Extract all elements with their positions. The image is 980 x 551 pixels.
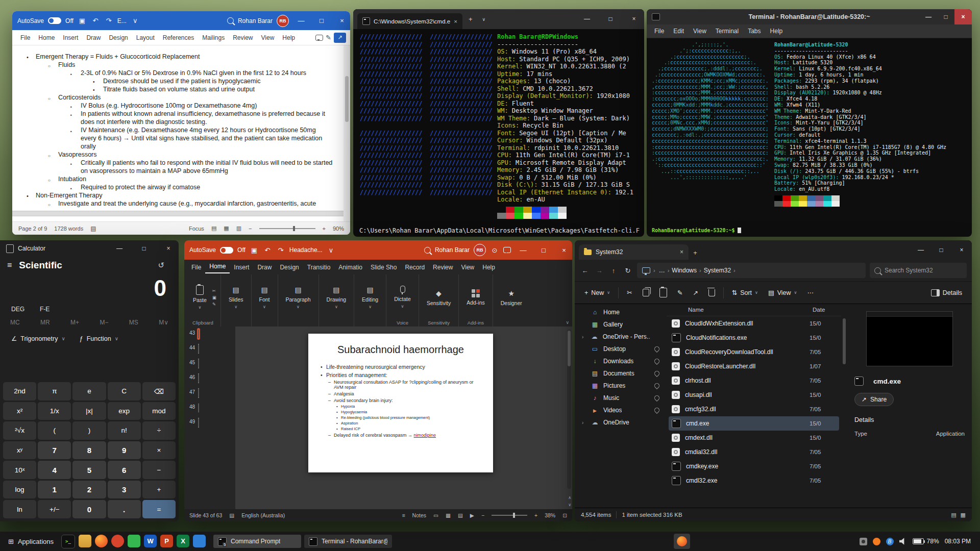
maximize-button[interactable]: □ (313, 11, 330, 30)
forward-button[interactable]: → (594, 267, 604, 274)
ribbon-tab[interactable]: Help (278, 32, 299, 43)
dictate-button[interactable]: Dictate ∨ (390, 284, 414, 311)
slide-body-text[interactable]: • Life-threatening neurosurgical emergen… (308, 356, 493, 438)
maximize-button[interactable]: □ (535, 241, 552, 260)
ribbon-tab[interactable]: Review (429, 261, 457, 273)
deg-button[interactable]: DEG (11, 306, 24, 313)
close-button[interactable]: × (951, 240, 972, 260)
downloader-tray-icon[interactable] (873, 538, 880, 545)
previous-slide-button[interactable]: ∧ (568, 495, 571, 500)
minimize-button[interactable]: — (515, 241, 531, 260)
redo-icon[interactable]: ↷ (276, 246, 285, 254)
calc-key[interactable]: +/− (38, 500, 71, 518)
cut-button[interactable]: ✂ (622, 286, 636, 299)
new-button[interactable]: +New∨ (580, 286, 615, 299)
ribbon-tab[interactable]: File (187, 261, 205, 273)
breadcrumb-crumb[interactable]: … (656, 266, 668, 275)
memory-button[interactable]: MS (129, 319, 138, 326)
launcher-icon[interactable] (177, 535, 189, 547)
menu-item[interactable]: Edit (669, 26, 689, 36)
focus-button[interactable]: Focus (189, 226, 204, 232)
proofing-icon[interactable]: ▤ (90, 225, 96, 232)
ribbon-tab[interactable]: Design (276, 261, 303, 273)
ribbon-tab[interactable]: Insert (59, 32, 82, 43)
sidebar-item[interactable]: › Downloads (578, 355, 664, 367)
calc-key[interactable]: 4 (38, 461, 71, 479)
battery-indicator[interactable]: 78% (913, 538, 939, 545)
file-row[interactable]: cmcfg32.dll 7/05 (669, 402, 839, 416)
file-row[interactable]: CloudIdWxhExtension.dll 15/0 (669, 316, 839, 331)
list-scrollbar[interactable] (841, 303, 847, 508)
zoom-out-button[interactable]: − (481, 512, 484, 518)
document-name[interactable]: Headache... (289, 246, 323, 254)
redo-icon[interactable]: ↷ (104, 17, 113, 24)
doc-scrollbar[interactable] (344, 45, 350, 222)
calc-key[interactable]: − (142, 461, 176, 479)
function-dropdown[interactable]: ƒ Function ∨ (75, 332, 124, 345)
expand-chevron-icon[interactable]: › (582, 334, 586, 340)
calc-key[interactable]: 10ˣ (3, 461, 36, 479)
save-icon[interactable]: ▣ (250, 246, 259, 254)
minimize-button[interactable]: — (920, 9, 937, 24)
details-pane-button[interactable]: Details (926, 286, 967, 299)
ribbon-tab[interactable]: Draw (253, 261, 276, 273)
trigonometry-dropdown[interactable]: ∠ Trigonometry ∨ (6, 332, 70, 345)
window-task-button[interactable]: 5 Command Prompt (213, 535, 301, 548)
launcher-icon[interactable] (95, 535, 108, 547)
sidebar-item[interactable]: › Gallery (578, 318, 664, 331)
launcher-icon[interactable] (160, 535, 173, 547)
close-button[interactable]: × (334, 11, 350, 30)
calc-key[interactable]: 2nd (3, 382, 36, 400)
calc-key[interactable]: 3 (108, 481, 141, 499)
next-slide-button[interactable]: ∨ (568, 503, 571, 507)
fit-to-window-icon[interactable]: ⊡ (562, 512, 567, 518)
view-button[interactable]: ▤View∨ (764, 286, 802, 299)
applications-menu-button[interactable]: ⊞ Applications (4, 536, 58, 547)
sidebar-item[interactable]: › OneDrive - Pers… (578, 331, 664, 343)
chevron-down-icon[interactable]: ∨ (131, 17, 140, 24)
search-icon[interactable] (424, 247, 431, 254)
calc-key[interactable]: 2 (72, 481, 106, 499)
web-layout-icon[interactable]: ▥ (236, 225, 241, 232)
file-row[interactable]: cmdl32.exe 7/05 (669, 473, 839, 488)
calc-key[interactable]: × (142, 441, 176, 460)
ribbon-tab[interactable]: Home (205, 260, 230, 273)
fe-button[interactable]: F-E (40, 306, 50, 313)
calc-key[interactable]: exp (108, 402, 141, 420)
editing-pen-icon[interactable]: ✎ (326, 34, 331, 41)
zoom-slider[interactable] (259, 228, 315, 229)
reading-view-icon[interactable]: ▤ (458, 512, 463, 518)
calc-key[interactable]: 5 (72, 461, 106, 479)
save-icon[interactable]: ▣ (78, 17, 87, 24)
page-indicator[interactable]: Page 2 of 9 (18, 226, 47, 232)
new-tab-button[interactable]: + (465, 15, 476, 23)
breadcrumb-crumb[interactable]: System32 (701, 266, 733, 275)
sidebar-item[interactable]: › OneDrive (578, 416, 664, 429)
ribbon-tab[interactable]: Transitio (303, 261, 335, 273)
cmd-terminal-output[interactable]: ///////////////// //////////////////////… (353, 29, 644, 237)
calc-key[interactable]: π (38, 382, 71, 400)
calc-key[interactable]: 1 (38, 481, 71, 499)
sidebar-item[interactable]: › Desktop (578, 343, 664, 355)
calc-key[interactable]: + (142, 481, 176, 499)
close-button[interactable]: × (556, 241, 572, 260)
search-box[interactable]: Search System32 (870, 263, 967, 278)
file-row[interactable]: cmdext.dll 15/0 (669, 431, 839, 445)
memory-button[interactable]: M− (100, 319, 108, 326)
calc-key[interactable]: 1/x (38, 402, 71, 420)
tab-close-icon[interactable]: × (680, 248, 683, 256)
search-icon[interactable] (227, 17, 234, 24)
firefox-task-button[interactable] (674, 534, 690, 549)
delete-button[interactable] (704, 286, 720, 299)
memory-button[interactable]: M∨ (159, 319, 168, 326)
zoom-level[interactable]: 90% (333, 226, 344, 232)
ribbon-tab[interactable]: View (257, 32, 279, 43)
zoom-slider[interactable] (492, 515, 527, 516)
minimize-button[interactable]: — (293, 11, 309, 30)
ribbon-group-button[interactable]: ▤ Drawing ∨ (323, 283, 350, 311)
scrollbar-thumb[interactable] (345, 76, 349, 122)
ribbon-tab[interactable]: Help (478, 261, 499, 273)
terminal-output[interactable]: .',;::::;,'. .';:cccccccccccc:;,. .;cccc… (647, 38, 972, 237)
word-count[interactable]: 1728 words (54, 226, 83, 232)
share-button[interactable]: ↗ Share (854, 393, 894, 406)
